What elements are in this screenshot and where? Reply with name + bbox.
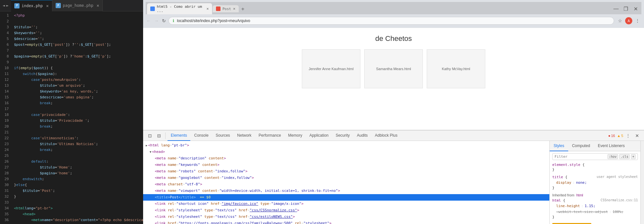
browser-viewport: de Cheetos Jennifer Anne Kaufman.html Sa… bbox=[143, 28, 644, 224]
filter-input[interactable] bbox=[555, 155, 606, 159]
code-line-28: $pagina = 'home'; bbox=[14, 170, 143, 176]
styles-tab-computed[interactable]: Computed bbox=[568, 141, 594, 151]
minimize-button[interactable]: — bbox=[611, 4, 621, 13]
code-line-29: endswitch; bbox=[14, 176, 143, 182]
error-icon: ● bbox=[608, 134, 610, 138]
dom-node-title[interactable]: <title>Post</title> == $0 bbox=[143, 194, 549, 201]
dom-node-meta-kw[interactable]: <meta name="keywords" content> bbox=[143, 162, 549, 168]
dom-node-link-favicon[interactable]: <link rel="shortcut icon" href="img/favi… bbox=[143, 201, 549, 207]
tab-audits[interactable]: Audits bbox=[354, 131, 371, 141]
tab-adblock[interactable]: Adblock Plus bbox=[372, 131, 401, 141]
styles-tab-styles[interactable]: Styles bbox=[550, 141, 568, 151]
style-body-title: display : none; bbox=[552, 180, 638, 186]
dom-node-meta-robots[interactable]: <meta name="robots" content="index,follo… bbox=[143, 168, 549, 175]
code-line-9 bbox=[14, 59, 143, 65]
page-content: de Cheetos Jennifer Anne Kaufman.html Sa… bbox=[143, 28, 644, 130]
dom-node-meta-googlebot[interactable]: <meta name="googlebot" content="index,fo… bbox=[143, 175, 549, 181]
browser-tab-post[interactable]: Post × bbox=[213, 5, 239, 12]
close-button[interactable]: ✕ bbox=[631, 4, 640, 13]
tab-close-icon-2[interactable]: × bbox=[97, 3, 99, 8]
warn-icon: ▲ bbox=[617, 134, 621, 138]
dom-tree[interactable]: ▶<html lang="pt-br"> ▼<head> <meta name=… bbox=[143, 141, 550, 224]
dom-node-link-css-estilo[interactable]: <link rel="stylesheet" type="text/css" h… bbox=[143, 214, 549, 220]
browser-tab-close-post[interactable]: × bbox=[233, 6, 235, 11]
nav-right-icon[interactable]: ► bbox=[6, 3, 8, 8]
style-body-html: line-height : 1.15; -webkit-text-size-ad… bbox=[552, 203, 638, 215]
dom-node-meta-charset[interactable]: <meta charset="utf-8"> bbox=[143, 181, 549, 188]
code-line-12: case 'posts/meuArquivo': bbox=[14, 77, 143, 83]
editor-tab-index[interactable]: P index.php × bbox=[11, 0, 52, 11]
maximize-button[interactable]: ❐ bbox=[621, 4, 630, 13]
bookmark-button[interactable]: ☆ bbox=[616, 17, 624, 25]
address-bar[interactable]: ℹ localhost/site/index.php?post=meuArqui… bbox=[168, 17, 614, 25]
dom-node-head[interactable]: ▼<head> bbox=[143, 149, 549, 155]
code-line-3: $titulo = ''; bbox=[14, 24, 143, 30]
editor-tab-page-home[interactable]: P page_home.php × bbox=[52, 0, 103, 11]
code-line-32: } bbox=[14, 194, 143, 200]
error-count-badge: ● 16 bbox=[608, 134, 615, 138]
extensions-button[interactable]: ⋮ bbox=[634, 17, 641, 25]
browser-actions: ☆ A ⋮ bbox=[616, 17, 641, 25]
image-label-3: Kathy McVay.html bbox=[442, 67, 470, 71]
dom-node-meta-viewport[interactable]: <meta name="viewport" content="width=dev… bbox=[143, 188, 549, 194]
code-line-34: <html lang="pt-br"> bbox=[14, 205, 143, 211]
code-line-11: switch ($pagina): bbox=[14, 71, 143, 77]
nav-left-icon[interactable]: ◄ bbox=[3, 3, 5, 8]
tab-elements[interactable]: Elements bbox=[168, 131, 190, 141]
filter-plus-btn[interactable]: + bbox=[631, 154, 636, 159]
filter-buttons: :hov .cls + bbox=[608, 154, 636, 159]
browser-tab-icon-html5 bbox=[150, 6, 155, 11]
url-bar: localhost/site/index.php?post=meuArquivo bbox=[177, 19, 610, 23]
nav-forward-button[interactable]: → bbox=[154, 18, 159, 23]
php-file-icon: P bbox=[14, 3, 20, 8]
tab-performance[interactable]: Performance bbox=[255, 131, 284, 141]
window-controls: — ❐ ✕ bbox=[611, 4, 640, 13]
dom-node-meta-desc[interactable]: <meta name="description" content> bbox=[143, 155, 549, 162]
style-source-html: CSSnormalize.css:11 bbox=[601, 198, 638, 203]
filter-cls-btn[interactable]: .cls bbox=[619, 154, 630, 159]
code-line-8: $pagina = empty($_GET['p']) ? 'home' : $… bbox=[14, 54, 143, 59]
device-toolbar-button[interactable]: ⊟ bbox=[155, 131, 163, 140]
tab-application[interactable]: Application bbox=[306, 131, 332, 141]
tab-network[interactable]: Network bbox=[234, 131, 255, 141]
code-line-19: $titulo = 'Privacidade '; bbox=[14, 118, 143, 124]
new-tab-button[interactable]: + bbox=[239, 5, 247, 13]
styles-tabs: Styles Computed Event Listeners bbox=[550, 141, 640, 151]
profile-button[interactable]: A bbox=[625, 17, 632, 24]
tab-close-icon[interactable]: × bbox=[46, 3, 49, 8]
browser-tabs-bar: html5 - Como abrir um ... × Post × + — ❐… bbox=[146, 2, 641, 14]
inherited-from-header: Inherited from html bbox=[552, 193, 638, 197]
code-line-24: break; bbox=[14, 147, 143, 153]
style-close-element: } bbox=[552, 168, 555, 172]
nav-refresh-button[interactable]: ↻ bbox=[161, 18, 167, 23]
style-rule-element: element.style { } bbox=[552, 163, 638, 172]
styles-content: :hov .cls + element.style { } bbox=[550, 151, 640, 224]
dom-node-link-raleway[interactable]: <link href="https://fonts.googleapis.com… bbox=[143, 220, 549, 224]
code-line-7 bbox=[14, 48, 143, 54]
dom-node-link-css-normalize[interactable]: <link rel="stylesheet" type="text/css" h… bbox=[143, 207, 549, 214]
devtools-settings-button[interactable]: ⋮ bbox=[624, 131, 632, 140]
devtools-close-button[interactable]: ✕ bbox=[633, 131, 641, 140]
browser-tab-icon-post bbox=[216, 6, 221, 11]
code-line-33 bbox=[14, 200, 143, 205]
code-line-25 bbox=[14, 153, 143, 159]
code-line-20: break; bbox=[14, 124, 143, 130]
image-grid: Jennifer Anne Kaufman.html Samantha Mear… bbox=[150, 49, 637, 88]
tab-console[interactable]: Console bbox=[191, 131, 212, 141]
dom-node-html[interactable]: ▶<html lang="pt-br"> bbox=[143, 142, 549, 149]
style-selector-title: title { bbox=[552, 175, 567, 179]
nav-back-button[interactable]: ← bbox=[146, 18, 152, 23]
code-line-26: default: bbox=[14, 159, 143, 165]
code-line-1: <?php bbox=[14, 13, 143, 19]
inspect-element-button[interactable]: ⊡ bbox=[146, 131, 154, 140]
style-close-html: } bbox=[552, 215, 555, 219]
tab-sources[interactable]: Sources bbox=[212, 131, 233, 141]
tab-memory[interactable]: Memory bbox=[285, 131, 305, 141]
filter-hov-btn[interactable]: :hov bbox=[608, 154, 618, 159]
browser-tab-close-html5[interactable]: × bbox=[207, 6, 209, 11]
code-line-35: <head> bbox=[14, 211, 143, 217]
styles-tab-event-listeners[interactable]: Event Listeners bbox=[594, 141, 629, 151]
scrollbar[interactable] bbox=[641, 141, 644, 224]
tab-security[interactable]: Security bbox=[332, 131, 353, 141]
browser-tab-html5[interactable]: html5 - Como abrir um ... × bbox=[147, 3, 212, 14]
